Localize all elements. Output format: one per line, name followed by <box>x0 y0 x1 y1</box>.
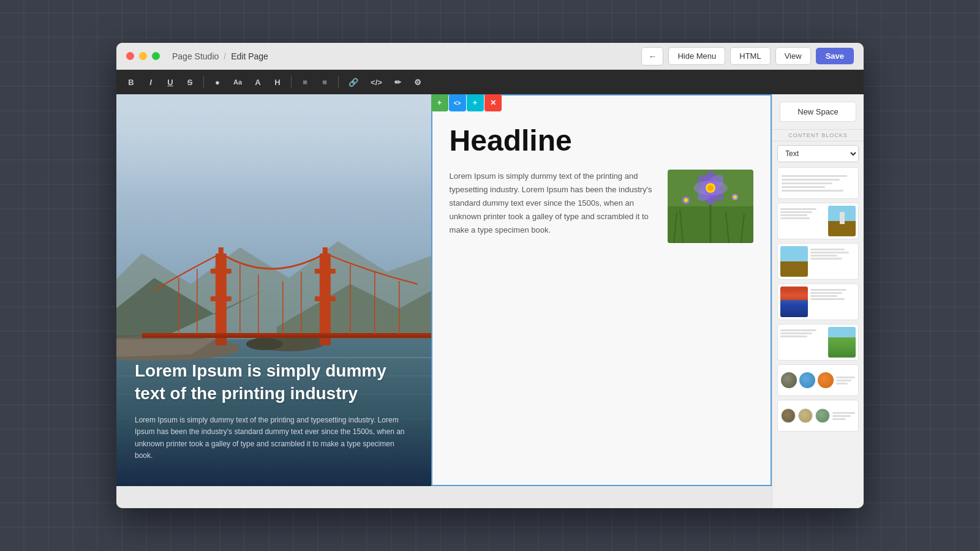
thumb-img-left-3 <box>778 244 858 279</box>
content-headline[interactable]: Headline <box>450 125 753 157</box>
thumb-boat-img <box>780 287 808 317</box>
block-thumb-3[interactable] <box>777 243 859 280</box>
content-section: + <> + ✕ Headline Lorem Ipsum is simply … <box>431 94 772 486</box>
svg-point-47 <box>684 198 688 202</box>
svg-rect-15 <box>211 296 232 301</box>
thumb-line <box>836 383 848 384</box>
thumb-text-col-5 <box>780 327 826 358</box>
thumb-line <box>810 255 837 257</box>
breadcrumb-app[interactable]: Page Studio <box>172 51 219 61</box>
thumb-line <box>780 214 807 216</box>
settings-icon-button[interactable]: ⚙ <box>410 75 425 89</box>
block-type-select[interactable]: Text Image Gallery Video HTML <box>777 145 859 162</box>
app-window: Page Studio / Edit Page ← Hide Menu HTML… <box>116 43 864 508</box>
back-button[interactable]: ← <box>641 47 663 66</box>
close-block-button[interactable]: ✕ <box>484 94 502 111</box>
italic-button[interactable]: I <box>143 75 158 89</box>
font-color-button[interactable]: A <box>251 75 265 89</box>
new-space-button[interactable]: New Space <box>780 102 856 122</box>
right-sidebar: New Space CONTENT BLOCKS Text Image Gall… <box>772 94 864 508</box>
thumb-content-6 <box>778 365 858 395</box>
content-image <box>668 170 753 243</box>
thumb-line <box>810 298 845 300</box>
breadcrumb: Page Studio / Edit Page <box>172 51 641 61</box>
block-thumbnails-list <box>772 167 864 432</box>
save-button[interactable]: Save <box>816 48 854 64</box>
hero-headline[interactable]: Lorem Ipsum is simply dummy text of the … <box>135 360 413 405</box>
toolbar-separator-3 <box>338 76 339 88</box>
thumb-circle-3 <box>818 372 834 388</box>
pen-button[interactable]: ✏ <box>391 75 405 89</box>
hero-text-overlay: Lorem Ipsum is simply dummy text of the … <box>116 335 431 486</box>
link-button[interactable]: 🔗 <box>345 75 362 89</box>
thumb-line <box>782 190 843 192</box>
minimize-button[interactable] <box>139 52 147 60</box>
thumb-line <box>780 335 807 337</box>
highlight-button[interactable]: ● <box>210 75 225 89</box>
thumb-img-right-2 <box>778 203 858 239</box>
thumb-line <box>780 208 816 210</box>
hero-section: Lorem Ipsum is simply dummy text of the … <box>116 94 772 486</box>
underline-button[interactable]: U <box>163 75 178 89</box>
breadcrumb-current: Edit Page <box>231 51 268 61</box>
thumb-text-col-4 <box>810 287 856 317</box>
hero-subtext[interactable]: Lorem Ipsum is simply dummy text of the … <box>135 414 413 462</box>
thumb-line <box>810 295 837 297</box>
thumb-field-img <box>828 327 856 358</box>
content-with-image: Lorem Ipsum is simply dummy text of the … <box>450 170 753 243</box>
toolbar-separator-2 <box>291 76 292 88</box>
thumb-line <box>810 289 846 291</box>
thumb-avatar-1 <box>781 408 796 423</box>
formatting-toolbar: B I U S ● Aa A H ≡ ≡ 🔗 </> ✏ ⚙ <box>116 70 864 94</box>
list-button[interactable]: ≡ <box>317 75 332 89</box>
thumb-line <box>782 179 840 181</box>
plus2-block-button[interactable]: + <box>467 94 484 111</box>
block-thumb-5[interactable] <box>777 324 859 361</box>
html-button[interactable]: HTML <box>730 47 770 65</box>
svg-rect-31 <box>116 94 431 186</box>
maximize-button[interactable] <box>152 52 160 60</box>
heading-button[interactable]: H <box>270 75 285 89</box>
block-thumb-2[interactable] <box>777 203 859 239</box>
close-button[interactable] <box>126 52 134 60</box>
thumb-text-content-1 <box>778 171 858 195</box>
thumb-line <box>780 329 816 331</box>
main-area: Lorem Ipsum is simply dummy text of the … <box>116 94 864 508</box>
view-button[interactable]: View <box>775 47 811 65</box>
bold-button[interactable]: B <box>124 75 138 89</box>
block-editing-toolbar: + <> + ✕ <box>431 94 502 111</box>
font-size-button[interactable]: Aa <box>230 75 246 89</box>
thumb-text-col <box>810 246 856 277</box>
block-thumb-6[interactable] <box>777 364 859 396</box>
thumb-line <box>780 217 810 219</box>
breadcrumb-separator: / <box>224 51 226 61</box>
thumb-line <box>780 211 812 213</box>
thumb-line <box>836 377 855 378</box>
thumb-line <box>782 175 847 177</box>
content-inner[interactable]: Headline Lorem Ipsum is simply dummy tex… <box>431 113 772 261</box>
thumb-circle-2 <box>799 372 815 388</box>
block-thumb-4[interactable] <box>777 283 859 320</box>
thumb-text-col-7 <box>832 412 855 420</box>
code-block-button[interactable]: <> <box>449 94 466 111</box>
block-thumb-1[interactable] <box>777 167 859 199</box>
code-button[interactable]: </> <box>367 75 386 89</box>
svg-point-45 <box>707 185 714 191</box>
titlebar-actions: ← Hide Menu HTML View Save <box>641 47 854 66</box>
thumb-circle-1 <box>781 372 797 388</box>
thumb-line <box>836 380 851 381</box>
thumb-line <box>832 412 855 414</box>
thumb-content-7 <box>778 400 858 431</box>
align-button[interactable]: ≡ <box>298 75 312 89</box>
block-thumb-7[interactable] <box>777 400 859 432</box>
add-block-button[interactable]: + <box>431 94 448 111</box>
traffic-lights <box>126 52 160 60</box>
thumb-line <box>810 292 842 294</box>
thumb-line <box>780 332 812 334</box>
hero-image-block: Lorem Ipsum is simply dummy text of the … <box>116 94 431 486</box>
canvas[interactable]: Lorem Ipsum is simply dummy text of the … <box>116 94 772 508</box>
content-body-text[interactable]: Lorem Ipsum is simply dummy text of the … <box>450 170 655 237</box>
svg-point-49 <box>733 195 736 198</box>
hide-menu-button[interactable]: Hide Menu <box>668 47 725 65</box>
strikethrough-button[interactable]: S <box>183 75 197 89</box>
